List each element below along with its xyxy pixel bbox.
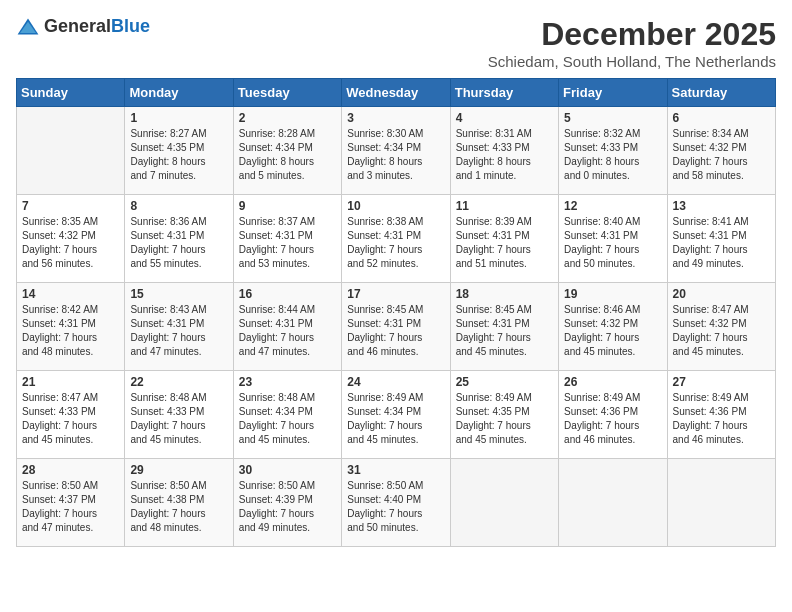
day-number: 19 — [564, 287, 661, 301]
calendar-cell: 3Sunrise: 8:30 AM Sunset: 4:34 PM Daylig… — [342, 107, 450, 195]
calendar-cell: 6Sunrise: 8:34 AM Sunset: 4:32 PM Daylig… — [667, 107, 775, 195]
logo-general-text: General — [44, 16, 111, 36]
cell-content: Sunrise: 8:49 AM Sunset: 4:35 PM Dayligh… — [456, 391, 553, 447]
calendar-header-row: SundayMondayTuesdayWednesdayThursdayFrid… — [17, 79, 776, 107]
cell-content: Sunrise: 8:27 AM Sunset: 4:35 PM Dayligh… — [130, 127, 227, 183]
cell-content: Sunrise: 8:39 AM Sunset: 4:31 PM Dayligh… — [456, 215, 553, 271]
day-number: 15 — [130, 287, 227, 301]
day-number: 24 — [347, 375, 444, 389]
calendar-cell: 27Sunrise: 8:49 AM Sunset: 4:36 PM Dayli… — [667, 371, 775, 459]
cell-content: Sunrise: 8:45 AM Sunset: 4:31 PM Dayligh… — [456, 303, 553, 359]
calendar-cell: 23Sunrise: 8:48 AM Sunset: 4:34 PM Dayli… — [233, 371, 341, 459]
week-row-2: 7Sunrise: 8:35 AM Sunset: 4:32 PM Daylig… — [17, 195, 776, 283]
day-number: 30 — [239, 463, 336, 477]
calendar-cell: 12Sunrise: 8:40 AM Sunset: 4:31 PM Dayli… — [559, 195, 667, 283]
day-number: 21 — [22, 375, 119, 389]
calendar-cell: 29Sunrise: 8:50 AM Sunset: 4:38 PM Dayli… — [125, 459, 233, 547]
day-number: 1 — [130, 111, 227, 125]
day-number: 7 — [22, 199, 119, 213]
day-number: 10 — [347, 199, 444, 213]
day-number: 13 — [673, 199, 770, 213]
logo-icon — [16, 17, 40, 37]
day-number: 31 — [347, 463, 444, 477]
logo-blue-text: Blue — [111, 16, 150, 36]
week-row-1: 1Sunrise: 8:27 AM Sunset: 4:35 PM Daylig… — [17, 107, 776, 195]
calendar-cell: 28Sunrise: 8:50 AM Sunset: 4:37 PM Dayli… — [17, 459, 125, 547]
cell-content: Sunrise: 8:49 AM Sunset: 4:36 PM Dayligh… — [564, 391, 661, 447]
week-row-3: 14Sunrise: 8:42 AM Sunset: 4:31 PM Dayli… — [17, 283, 776, 371]
calendar-cell: 8Sunrise: 8:36 AM Sunset: 4:31 PM Daylig… — [125, 195, 233, 283]
calendar-cell: 5Sunrise: 8:32 AM Sunset: 4:33 PM Daylig… — [559, 107, 667, 195]
cell-content: Sunrise: 8:50 AM Sunset: 4:39 PM Dayligh… — [239, 479, 336, 535]
column-header-sunday: Sunday — [17, 79, 125, 107]
calendar-cell: 30Sunrise: 8:50 AM Sunset: 4:39 PM Dayli… — [233, 459, 341, 547]
logo: GeneralBlue — [16, 16, 150, 37]
header: GeneralBlue December 2025 Schiedam, Sout… — [16, 16, 776, 70]
location-title: Schiedam, South Holland, The Netherlands — [488, 53, 776, 70]
cell-content: Sunrise: 8:50 AM Sunset: 4:37 PM Dayligh… — [22, 479, 119, 535]
cell-content: Sunrise: 8:50 AM Sunset: 4:38 PM Dayligh… — [130, 479, 227, 535]
column-header-thursday: Thursday — [450, 79, 558, 107]
day-number: 6 — [673, 111, 770, 125]
cell-content: Sunrise: 8:31 AM Sunset: 4:33 PM Dayligh… — [456, 127, 553, 183]
calendar-cell: 25Sunrise: 8:49 AM Sunset: 4:35 PM Dayli… — [450, 371, 558, 459]
cell-content: Sunrise: 8:42 AM Sunset: 4:31 PM Dayligh… — [22, 303, 119, 359]
calendar-cell: 17Sunrise: 8:45 AM Sunset: 4:31 PM Dayli… — [342, 283, 450, 371]
cell-content: Sunrise: 8:50 AM Sunset: 4:40 PM Dayligh… — [347, 479, 444, 535]
day-number: 26 — [564, 375, 661, 389]
cell-content: Sunrise: 8:45 AM Sunset: 4:31 PM Dayligh… — [347, 303, 444, 359]
calendar-cell: 18Sunrise: 8:45 AM Sunset: 4:31 PM Dayli… — [450, 283, 558, 371]
cell-content: Sunrise: 8:46 AM Sunset: 4:32 PM Dayligh… — [564, 303, 661, 359]
day-number: 11 — [456, 199, 553, 213]
calendar-cell: 2Sunrise: 8:28 AM Sunset: 4:34 PM Daylig… — [233, 107, 341, 195]
cell-content: Sunrise: 8:32 AM Sunset: 4:33 PM Dayligh… — [564, 127, 661, 183]
day-number: 16 — [239, 287, 336, 301]
day-number: 25 — [456, 375, 553, 389]
cell-content: Sunrise: 8:41 AM Sunset: 4:31 PM Dayligh… — [673, 215, 770, 271]
day-number: 17 — [347, 287, 444, 301]
calendar-cell — [667, 459, 775, 547]
cell-content: Sunrise: 8:28 AM Sunset: 4:34 PM Dayligh… — [239, 127, 336, 183]
calendar-cell: 21Sunrise: 8:47 AM Sunset: 4:33 PM Dayli… — [17, 371, 125, 459]
column-header-monday: Monday — [125, 79, 233, 107]
day-number: 8 — [130, 199, 227, 213]
cell-content: Sunrise: 8:43 AM Sunset: 4:31 PM Dayligh… — [130, 303, 227, 359]
cell-content: Sunrise: 8:49 AM Sunset: 4:34 PM Dayligh… — [347, 391, 444, 447]
month-title: December 2025 — [488, 16, 776, 53]
column-header-saturday: Saturday — [667, 79, 775, 107]
calendar-cell: 9Sunrise: 8:37 AM Sunset: 4:31 PM Daylig… — [233, 195, 341, 283]
calendar-cell — [450, 459, 558, 547]
cell-content: Sunrise: 8:38 AM Sunset: 4:31 PM Dayligh… — [347, 215, 444, 271]
week-row-5: 28Sunrise: 8:50 AM Sunset: 4:37 PM Dayli… — [17, 459, 776, 547]
cell-content: Sunrise: 8:47 AM Sunset: 4:32 PM Dayligh… — [673, 303, 770, 359]
day-number: 22 — [130, 375, 227, 389]
day-number: 4 — [456, 111, 553, 125]
cell-content: Sunrise: 8:49 AM Sunset: 4:36 PM Dayligh… — [673, 391, 770, 447]
week-row-4: 21Sunrise: 8:47 AM Sunset: 4:33 PM Dayli… — [17, 371, 776, 459]
day-number: 2 — [239, 111, 336, 125]
cell-content: Sunrise: 8:34 AM Sunset: 4:32 PM Dayligh… — [673, 127, 770, 183]
cell-content: Sunrise: 8:40 AM Sunset: 4:31 PM Dayligh… — [564, 215, 661, 271]
calendar-table: SundayMondayTuesdayWednesdayThursdayFrid… — [16, 78, 776, 547]
day-number: 23 — [239, 375, 336, 389]
cell-content: Sunrise: 8:48 AM Sunset: 4:33 PM Dayligh… — [130, 391, 227, 447]
title-area: December 2025 Schiedam, South Holland, T… — [488, 16, 776, 70]
calendar-cell: 10Sunrise: 8:38 AM Sunset: 4:31 PM Dayli… — [342, 195, 450, 283]
calendar-cell: 13Sunrise: 8:41 AM Sunset: 4:31 PM Dayli… — [667, 195, 775, 283]
day-number: 28 — [22, 463, 119, 477]
column-header-wednesday: Wednesday — [342, 79, 450, 107]
calendar-cell — [559, 459, 667, 547]
day-number: 9 — [239, 199, 336, 213]
day-number: 12 — [564, 199, 661, 213]
cell-content: Sunrise: 8:44 AM Sunset: 4:31 PM Dayligh… — [239, 303, 336, 359]
calendar-cell — [17, 107, 125, 195]
calendar-cell: 20Sunrise: 8:47 AM Sunset: 4:32 PM Dayli… — [667, 283, 775, 371]
column-header-tuesday: Tuesday — [233, 79, 341, 107]
calendar-cell: 19Sunrise: 8:46 AM Sunset: 4:32 PM Dayli… — [559, 283, 667, 371]
day-number: 27 — [673, 375, 770, 389]
cell-content: Sunrise: 8:47 AM Sunset: 4:33 PM Dayligh… — [22, 391, 119, 447]
cell-content: Sunrise: 8:35 AM Sunset: 4:32 PM Dayligh… — [22, 215, 119, 271]
calendar-cell: 11Sunrise: 8:39 AM Sunset: 4:31 PM Dayli… — [450, 195, 558, 283]
day-number: 18 — [456, 287, 553, 301]
calendar-cell: 31Sunrise: 8:50 AM Sunset: 4:40 PM Dayli… — [342, 459, 450, 547]
